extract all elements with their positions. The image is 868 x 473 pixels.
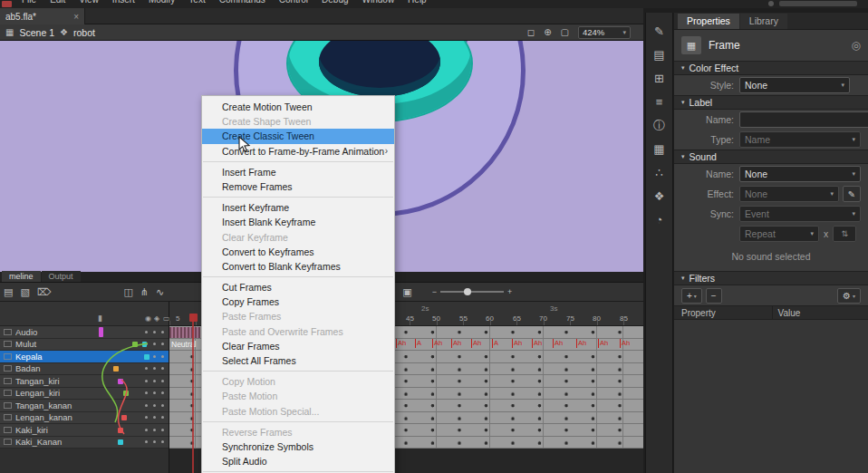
outline-dot[interactable] [161, 429, 164, 431]
tab-library[interactable]: Library [740, 14, 787, 29]
timeline-layer-row[interactable]: Lengan_kiri [0, 388, 169, 401]
section-filters[interactable]: ▾ Filters [674, 271, 868, 285]
menu-item-remove-frames[interactable]: Remove Frames [202, 179, 394, 194]
zoom-out-icon[interactable]: − [432, 288, 437, 296]
add-camera-icon[interactable]: ◫ [123, 287, 132, 297]
menubar-item[interactable]: Control [279, 0, 308, 8]
outline-dot[interactable] [161, 391, 164, 394]
user-avatar[interactable] [768, 1, 774, 6]
workspace-switcher[interactable] [779, 1, 857, 6]
center-stage-icon[interactable]: ⊕ [544, 27, 551, 37]
outline-dot[interactable] [161, 367, 164, 370]
outline-dot[interactable] [161, 331, 164, 333]
timeline-layer-row[interactable]: Badan [0, 363, 169, 376]
menu-item-convert-frame-by-frame[interactable]: Convert to Frame-by-Frame Animation › [202, 144, 394, 159]
menu-item-split-audio[interactable]: Split Audio [202, 454, 394, 468]
timeline-layer-row[interactable]: Kepala [0, 351, 169, 363]
sound-name-select[interactable]: None ▾ [739, 166, 861, 182]
menubar-item[interactable]: Edit [50, 0, 65, 8]
view-outline-icon[interactable]: ◻ [527, 27, 535, 37]
delete-layer-icon[interactable]: ⌦ [37, 287, 52, 297]
lock-dot[interactable] [153, 380, 156, 382]
tab-timeline[interactable]: meline [2, 271, 41, 282]
edit-multiple-frames-icon[interactable]: ▣ [402, 287, 411, 297]
menu-item-insert-frame[interactable]: Insert Frame [202, 165, 394, 179]
menubar-item[interactable]: Insert [112, 0, 135, 8]
playhead-marker[interactable] [189, 314, 198, 322]
panel-icon[interactable]: ◔ [656, 214, 663, 226]
menubar-item[interactable]: Text [188, 0, 205, 8]
lock-dot[interactable] [153, 404, 156, 407]
breadcrumb-symbol[interactable]: robot [73, 27, 95, 38]
section-label[interactable]: ▾ Label [674, 95, 868, 110]
timeline-layer-row[interactable]: Tangan_kanan [0, 400, 169, 412]
timeline-layer-row[interactable]: Tangan_kiri [0, 375, 169, 388]
panel-icon[interactable]: ⓘ [653, 120, 665, 131]
lock-column-icon[interactable]: ◈ [154, 314, 159, 323]
menu-item-cut-frames[interactable]: Cut Frames [202, 280, 394, 294]
visibility-dot[interactable] [145, 416, 148, 419]
menu-item-create-classic-tween[interactable]: Create Classic Tween [202, 129, 394, 143]
slider-track[interactable] [440, 291, 504, 293]
remove-filter-button[interactable]: − [706, 288, 722, 304]
menubar-item[interactable]: File [22, 0, 36, 8]
menu-item-insert-keyframe[interactable]: Insert Keyframe [202, 200, 394, 215]
disclosure-icon[interactable]: ▾ [681, 64, 685, 72]
panel-icon[interactable]: ∴ [655, 167, 662, 179]
lock-dot[interactable] [153, 331, 156, 333]
panel-options-icon[interactable]: ◎ [852, 39, 861, 52]
new-folder-icon[interactable]: ▧ [20, 287, 29, 297]
new-layer-icon[interactable]: ▤ [4, 287, 13, 297]
timeline-zoom-slider[interactable]: − + [432, 288, 513, 296]
menubar-item[interactable]: Modify [149, 0, 175, 8]
document-tab[interactable]: ab5.fla* × [0, 8, 85, 24]
lock-dot[interactable] [153, 416, 156, 419]
zoom-in-icon[interactable]: + [507, 288, 512, 296]
panel-icon[interactable]: ≡ [656, 96, 663, 108]
frame-label-input[interactable] [739, 111, 868, 128]
menu-item-convert-to-blank-keyframes[interactable]: Convert to Blank Keyframes [202, 259, 394, 274]
visibility-dot[interactable] [145, 429, 148, 431]
timeline-layer-row[interactable]: Kaki_Kanan [0, 437, 169, 449]
lock-dot[interactable] [153, 343, 156, 345]
visibility-dot[interactable] [145, 367, 148, 370]
filter-options-button[interactable]: ⚙ ▾ [837, 288, 861, 304]
clip-content-icon[interactable]: ▢ [561, 27, 569, 37]
outline-dot[interactable] [161, 380, 164, 382]
app-logo-icon[interactable] [2, 1, 12, 7]
menu-item-select-all-frames[interactable]: Select All Frames [202, 353, 394, 368]
tab-output[interactable]: Output [42, 271, 81, 282]
lock-dot[interactable] [153, 367, 156, 370]
filters-table-body[interactable] [674, 320, 868, 473]
lock-dot[interactable] [153, 355, 156, 358]
menu-item-copy-frames[interactable]: Copy Frames [202, 294, 394, 309]
lock-dot[interactable] [153, 391, 156, 394]
lock-dot[interactable] [153, 429, 156, 431]
menu-item-convert-to-keyframes[interactable]: Convert to Keyframes [202, 245, 394, 259]
add-filter-button[interactable]: + ▾ [681, 288, 702, 304]
visibility-dot[interactable] [145, 404, 148, 407]
close-tab-icon[interactable]: × [73, 12, 79, 22]
panel-icon[interactable]: ▤ [653, 49, 664, 61]
graph-editor-icon[interactable]: ∿ [156, 287, 164, 297]
edit-sound-envelope-icon[interactable]: ✎ [843, 186, 861, 202]
outline-dot[interactable] [161, 355, 164, 358]
tab-properties[interactable]: Properties [678, 14, 739, 29]
timeline-layer-row[interactable]: Kaki_kiri [0, 424, 169, 437]
menubar-item[interactable]: View [79, 0, 99, 8]
playhead-line[interactable] [192, 322, 194, 473]
menu-item-insert-blank-keyframe[interactable]: Insert Blank Keyframe [202, 215, 394, 229]
menubar-item[interactable]: Debug [322, 0, 348, 8]
section-color-effect[interactable]: ▾ Color Effect [674, 61, 868, 75]
menu-item-clear-frames[interactable]: Clear Frames [202, 339, 394, 353]
outline-dot[interactable] [161, 440, 164, 443]
disclosure-icon[interactable]: ▾ [681, 275, 685, 282]
panel-icon[interactable]: ▦ [653, 143, 664, 155]
menu-item-create-motion-tween[interactable]: Create Motion Tween [202, 100, 394, 114]
visibility-dot[interactable] [145, 331, 148, 333]
visibility-dot[interactable] [145, 343, 148, 345]
zoom-select[interactable]: 424% ▾ [578, 26, 631, 39]
disclosure-icon[interactable]: ▾ [681, 99, 685, 106]
menu-item-synchronize-symbols[interactable]: Synchronize Symbols [202, 439, 394, 454]
eye-column-icon[interactable]: ◉ [145, 314, 151, 323]
